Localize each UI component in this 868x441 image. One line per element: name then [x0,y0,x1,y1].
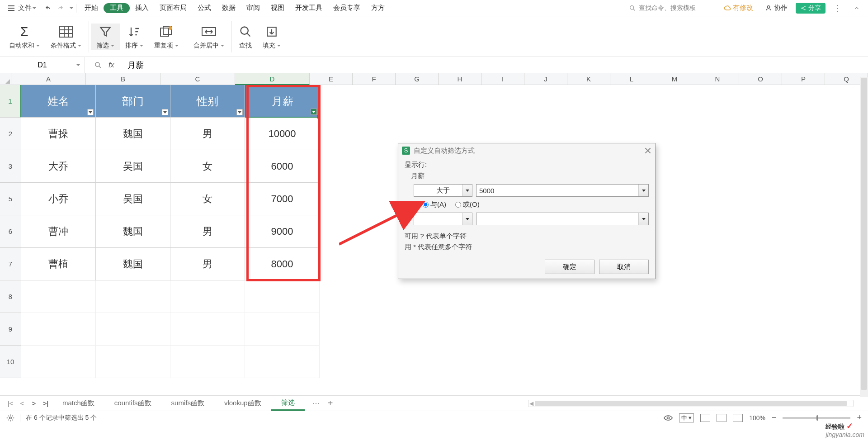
col-header-K[interactable]: K [567,73,610,85]
sheet-tab-4[interactable]: 筛选 [271,396,305,411]
sort-tool[interactable]: 排序 [120,24,149,50]
value2-combo[interactable] [476,213,649,225]
empty-cell[interactable] [170,346,245,378]
or-radio[interactable]: 或(O) [455,200,480,209]
sheet-tab-1[interactable]: countifs函数 [104,396,161,411]
col-header-C[interactable]: C [160,73,235,85]
normal-view-icon[interactable] [700,414,710,422]
collab-button[interactable]: 协作 [761,4,791,12]
col-header-M[interactable]: M [653,73,696,85]
empty-cell[interactable] [170,313,245,346]
row-header-10[interactable]: 10 [0,346,21,378]
zoom-value[interactable]: 100% [749,414,765,422]
or-radio-input[interactable] [455,202,461,208]
autosum-tool[interactable]: Σ 自动求和 [4,24,45,50]
menu-tab-2[interactable]: 插入 [130,0,154,16]
cell-r3-c3[interactable]: 9000 [245,215,320,248]
header-cell-1[interactable]: 部门 [96,85,170,118]
filter-dropdown-icon[interactable] [236,109,243,115]
col-header-I[interactable]: I [481,73,524,85]
operator1-combo[interactable]: 大于 [414,184,472,197]
cell-r1-c1[interactable]: 吴国 [96,150,170,183]
search-icon[interactable] [94,61,102,69]
empty-cell[interactable] [245,346,320,378]
menu-tab-9[interactable]: 会员专享 [328,0,366,16]
cell-r2-c3[interactable]: 7000 [245,183,320,215]
modified-indicator[interactable]: 有修改 [720,4,757,12]
col-header-O[interactable]: O [739,73,782,85]
eye-icon[interactable] [664,414,673,422]
filter-dropdown-icon[interactable] [311,109,317,115]
redo-button[interactable] [54,0,69,16]
vertical-scrollbar[interactable] [860,77,868,397]
col-header-L[interactable]: L [610,73,653,85]
undo-button[interactable] [40,0,54,16]
row-header-9[interactable]: 9 [0,313,21,346]
menu-tab-1[interactable]: 工具 [104,3,130,13]
cell-r3-c1[interactable]: 魏国 [96,215,170,248]
empty-cell[interactable] [96,346,170,378]
more-sheets-button[interactable]: ··· [313,398,320,408]
cell-r0-c0[interactable]: 曹操 [21,118,96,150]
empty-cell[interactable] [170,280,245,313]
horizontal-scrollbar[interactable]: ◀ [528,400,854,407]
filter-dropdown-icon[interactable] [87,109,94,115]
row-header-7[interactable]: 7 [0,248,21,280]
col-header-H[interactable]: H [439,73,481,85]
zoom-slider[interactable] [783,417,850,419]
cell-r1-c3[interactable]: 6000 [245,150,320,183]
and-radio[interactable]: 与(A) [423,200,446,209]
fx-label[interactable]: fx [108,61,114,69]
col-header-P[interactable]: P [782,73,825,85]
cell-r4-c3[interactable]: 8000 [245,248,320,280]
col-header-N[interactable]: N [696,73,739,85]
page-break-icon[interactable] [733,414,743,422]
last-sheet-button[interactable]: >| [41,399,51,407]
condfmt-tool[interactable]: 条件格式 [45,24,87,50]
sheet-tab-2[interactable]: sumifs函数 [161,396,214,411]
empty-cell[interactable] [245,313,320,346]
page-layout-icon[interactable] [717,414,726,422]
command-search[interactable]: 查找命令、搜索模板 [625,2,716,14]
lang-indicator[interactable]: 中 ▾ [679,413,694,422]
sheet-tab-0[interactable]: match函数 [52,396,104,411]
row-header-8[interactable]: 8 [0,280,21,313]
header-cell-0[interactable]: 姓名 [21,85,96,118]
add-sheet-button[interactable]: + [328,398,333,408]
cell-r2-c2[interactable]: 女 [170,183,245,215]
ok-button[interactable]: 确定 [545,260,594,274]
fill-tool[interactable]: 填充 [257,24,286,50]
cell-r1-c0[interactable]: 大乔 [21,150,96,183]
dup-tool[interactable]: 重复项 [149,24,184,50]
select-all-corner[interactable] [0,73,11,85]
close-icon[interactable] [644,147,651,154]
col-header-D[interactable]: D [235,73,310,85]
header-cell-2[interactable]: 性别 [170,85,245,118]
menu-tab-7[interactable]: 视图 [265,0,290,16]
chevron-down-icon[interactable] [70,7,73,9]
menu-tab-6[interactable]: 审阅 [241,0,265,16]
operator2-combo[interactable] [414,213,472,225]
empty-cell[interactable] [21,280,96,313]
row-header-6[interactable]: 6 [0,215,21,248]
row-header-5[interactable]: 5 [0,183,21,215]
menu-tab-4[interactable]: 公式 [192,0,217,16]
col-header-J[interactable]: J [524,73,567,85]
menu-tab-0[interactable]: 开始 [79,0,104,16]
formula-input[interactable]: 月薪 [123,60,868,71]
value1-combo[interactable]: 5000 [476,184,649,197]
sheet-tab-3[interactable]: vlookup函数 [214,396,271,411]
row-header-3[interactable]: 3 [0,150,21,183]
collapse-ribbon[interactable] [850,5,863,11]
cell-r2-c0[interactable]: 小乔 [21,183,96,215]
cell-r4-c2[interactable]: 男 [170,248,245,280]
col-header-B[interactable]: B [86,73,160,85]
cancel-button[interactable]: 取消 [599,260,649,274]
find-tool[interactable]: 查找 [234,24,257,50]
merge-tool[interactable]: 合并居中 [188,24,230,50]
first-sheet-button[interactable]: |< [5,399,15,407]
name-box[interactable]: D1 [0,57,85,73]
header-cell-3[interactable]: 月薪 [245,85,320,118]
cell-r4-c1[interactable]: 魏国 [96,248,170,280]
cell-r4-c0[interactable]: 曹植 [21,248,96,280]
